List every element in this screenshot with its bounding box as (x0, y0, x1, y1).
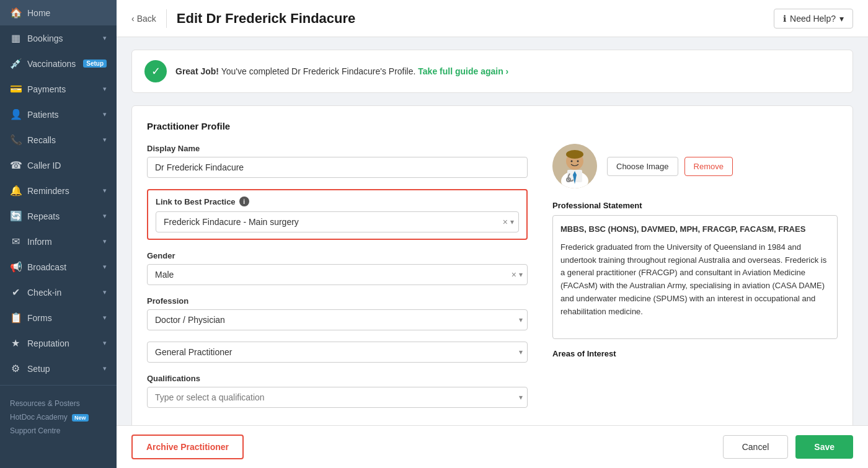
sidebar-item-label: Inform (27, 237, 97, 247)
vaccinations-icon: 💉 (10, 58, 21, 69)
setup-icon: ⚙ (10, 363, 21, 374)
top-bar-divider (166, 9, 167, 28)
areas-of-interest-label: Areas of Interest (552, 349, 838, 358)
sidebar-item-label: Repeats (27, 211, 97, 221)
inform-icon: ✉ (10, 236, 21, 247)
gender-select-input[interactable] (147, 264, 528, 285)
footer-actions: Cancel Save (723, 435, 853, 459)
form-body: Display Name Link to Best Practice i × (147, 144, 838, 419)
reputation-icon: ★ (10, 337, 21, 349)
profession-select-container: ▾ (147, 309, 528, 330)
sidebar-item-label: Payments (27, 84, 97, 94)
sidebar-item-reputation[interactable]: ★ Reputation ▾ (0, 330, 117, 356)
sidebar-item-forms[interactable]: 📋 Forms ▾ (0, 305, 117, 330)
chevron-left-icon: ‹ (131, 14, 135, 24)
caller-id-icon: ☎ (10, 159, 21, 171)
sidebar-item-label: Home (27, 8, 107, 18)
speciality-select-container: ▾ (147, 342, 528, 363)
main-content: ‹ Back Edit Dr Frederick Findacure ℹ Nee… (117, 0, 868, 468)
speciality-group: ▾ (147, 342, 528, 363)
sidebar-item-label: Setup (27, 364, 97, 374)
save-button[interactable]: Save (795, 435, 853, 459)
qualifications-select-input[interactable] (147, 387, 528, 408)
completion-banner: ✓ Great Job! You've completed Dr Frederi… (131, 50, 853, 93)
resources-link[interactable]: Resources & Posters (10, 397, 107, 410)
academy-link[interactable]: HotDoc Academy New (10, 410, 107, 424)
speciality-select-input[interactable] (147, 342, 528, 363)
sidebar-item-label: Forms (27, 313, 97, 323)
need-help-button[interactable]: ℹ Need Help? ▾ (774, 9, 853, 29)
avatar-image (552, 144, 597, 188)
qualifications-select-container: ▾ (147, 387, 528, 408)
repeats-icon: 🔄 (10, 210, 21, 222)
gender-select-container: × ▾ (147, 264, 528, 285)
display-name-input[interactable] (147, 157, 528, 178)
help-icon: ℹ (783, 14, 786, 24)
sidebar-item-caller-id[interactable]: ☎ Caller ID (0, 152, 117, 178)
top-bar: ‹ Back Edit Dr Frederick Findacure ℹ Nee… (117, 0, 868, 37)
profession-group: Profession ▾ (147, 296, 528, 330)
chevron-down-icon: ▾ (103, 212, 107, 220)
sidebar-item-label: Broadcast (27, 262, 97, 272)
chevron-down-icon: ▾ (839, 14, 844, 24)
recalls-icon: 📞 (10, 134, 21, 146)
sidebar-item-repeats[interactable]: 🔄 Repeats ▾ (0, 203, 117, 229)
sidebar-item-home[interactable]: 🏠 Home (0, 0, 117, 25)
sidebar-item-label: Reputation (27, 338, 97, 348)
svg-point-7 (577, 161, 579, 162)
sidebar-item-check-in[interactable]: ✔ Check-in ▾ (0, 280, 117, 305)
svg-point-5 (566, 150, 583, 159)
sidebar-item-label: Bookings (27, 33, 97, 43)
qualifications-label: Qualifications (147, 374, 528, 383)
link-select-input[interactable] (156, 211, 519, 232)
sidebar-item-label: Caller ID (27, 161, 107, 170)
sidebar-item-vaccinations[interactable]: 💉 Vaccinations Setup (0, 51, 117, 76)
guide-link[interactable]: Take full guide again › (418, 66, 508, 76)
gender-label: Gender (147, 251, 528, 260)
new-badge: New (72, 414, 89, 422)
display-name-label: Display Name (147, 144, 528, 153)
chevron-down-icon: ▾ (103, 288, 107, 296)
content-area: ✓ Great Job! You've completed Dr Frederi… (117, 37, 868, 425)
pro-statement-body: Frederick graduated from the University … (560, 242, 826, 316)
archive-practitioner-button[interactable]: Archive Practitioner (131, 435, 244, 459)
sidebar-divider (0, 385, 117, 386)
info-icon[interactable]: i (239, 196, 249, 206)
sidebar-item-bookings[interactable]: ▦ Bookings ▾ (0, 25, 117, 51)
sidebar-item-inform[interactable]: ✉ Inform ▾ (0, 229, 117, 254)
sidebar-item-payments[interactable]: 💳 Payments ▾ (0, 76, 117, 102)
sidebar-item-label: Patients (27, 110, 97, 120)
banner-text: Great Job! You've completed Dr Frederick… (175, 66, 508, 76)
remove-image-button[interactable]: Remove (684, 157, 733, 176)
sidebar-item-patients[interactable]: 👤 Patients ▾ (0, 102, 117, 127)
image-section: Choose Image Remove (552, 144, 838, 188)
form-card: Practitioner Profile Display Name Link t… (131, 105, 853, 425)
doctor-avatar (552, 144, 597, 188)
back-button[interactable]: ‹ Back (131, 14, 156, 24)
sidebar: 🏠 Home ▦ Bookings ▾ 💉 Vaccinations Setup… (0, 0, 117, 468)
profession-select-input[interactable] (147, 309, 528, 330)
support-link[interactable]: Support Centre (10, 424, 107, 438)
sidebar-item-label: Check-in (27, 288, 97, 298)
form-card-title: Practitioner Profile (147, 121, 838, 131)
profession-label: Profession (147, 296, 528, 306)
sidebar-item-setup[interactable]: ⚙ Setup ▾ (0, 356, 117, 381)
chevron-down-icon: ▾ (103, 136, 107, 144)
form-left: Display Name Link to Best Practice i × (147, 144, 528, 419)
chevron-down-icon: ▾ (103, 364, 107, 373)
footer-bar: Archive Practitioner Cancel Save (117, 425, 868, 468)
cancel-button[interactable]: Cancel (723, 435, 789, 459)
reminders-icon: 🔔 (10, 185, 21, 196)
clear-icon[interactable]: × (503, 217, 508, 227)
link-select-container: × ▾ (156, 211, 519, 232)
clear-icon[interactable]: × (512, 270, 516, 280)
sidebar-item-reminders[interactable]: 🔔 Reminders ▾ (0, 178, 117, 203)
broadcast-icon: 📢 (10, 261, 21, 273)
link-label: Link to Best Practice i (156, 196, 519, 206)
pro-statement-box[interactable]: MBBS, BSC (HONS), DAVMED, MPH, FRACGP, F… (552, 215, 838, 339)
sidebar-item-recalls[interactable]: 📞 Recalls ▾ (0, 127, 117, 152)
svg-point-6 (571, 161, 573, 162)
page-title: Edit Dr Frederick Findacure (177, 11, 764, 27)
sidebar-item-broadcast[interactable]: 📢 Broadcast ▾ (0, 254, 117, 280)
choose-image-button[interactable]: Choose Image (607, 157, 678, 176)
